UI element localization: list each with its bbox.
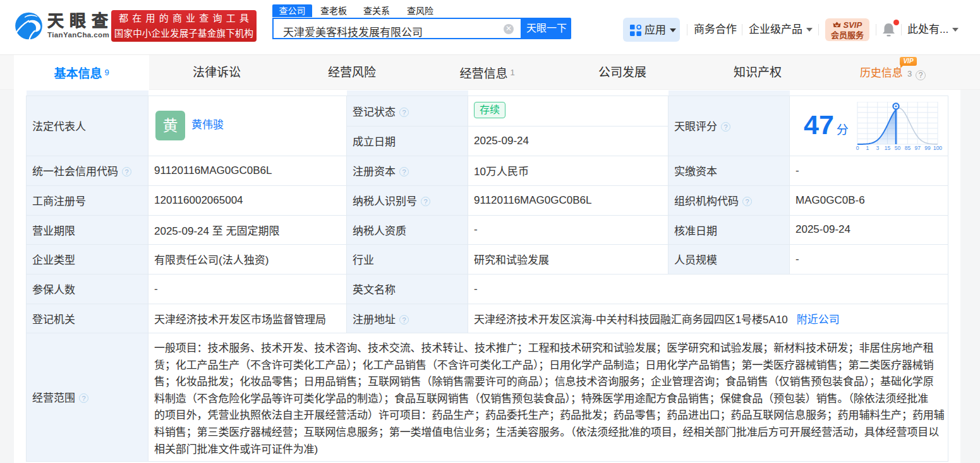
svg-text:97: 97 <box>914 145 921 151</box>
svg-text:0: 0 <box>856 145 859 151</box>
svg-text:1: 1 <box>866 145 869 151</box>
svg-text:100: 100 <box>933 145 942 151</box>
svg-text:50: 50 <box>895 145 901 151</box>
svg-text:99: 99 <box>924 145 931 151</box>
svg-text:15: 15 <box>885 145 891 151</box>
svg-text:3: 3 <box>876 145 879 151</box>
svg-text:85: 85 <box>905 145 911 151</box>
